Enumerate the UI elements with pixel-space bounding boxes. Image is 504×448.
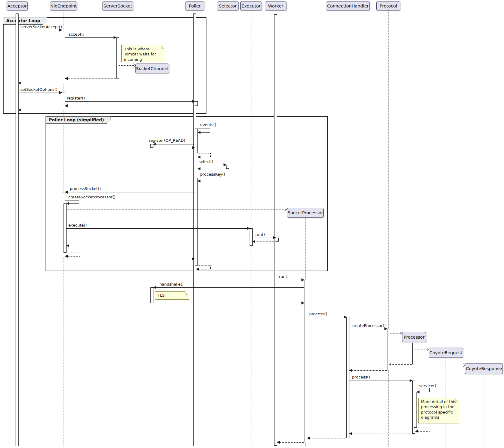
return-set-socket-options	[19, 110, 62, 110]
return-select	[198, 169, 226, 169]
activation-worker-main	[274, 14, 277, 446]
activation-socket-processor	[304, 280, 307, 442]
message-label-service: service()	[419, 384, 436, 388]
arrow-handshake	[153, 287, 304, 288]
create-socket-processor	[67, 209, 286, 209]
arrow-run-worker-socket-processor	[277, 280, 304, 280]
self-return-nio-endpoint-back	[65, 256, 80, 257]
self-return-processor-out	[417, 428, 430, 428]
return-process-1	[307, 438, 346, 438]
activation-worker-run	[276, 238, 279, 242]
arrow-create-socket-processor-out	[65, 200, 79, 200]
create-processor-instance	[390, 334, 401, 334]
arrow-register-op-read	[153, 144, 194, 144]
create-coyote-response	[415, 365, 464, 365]
self-return-poller-1-back	[198, 157, 210, 157]
activation-socket-channel-handshake	[150, 287, 153, 303]
participant-socket-processor: SocketProcessor	[287, 208, 324, 218]
return-process-2	[349, 434, 412, 434]
participant-selector: Selector	[217, 1, 239, 10]
activation-poller-processkey	[195, 178, 198, 266]
participant-coyote-request: CoyoteRequest	[429, 348, 463, 358]
arrow-create-socket-processor-vertical	[79, 200, 79, 203]
return-run-socket-processor	[277, 442, 304, 443]
self-return-poller-2-vertical	[210, 266, 211, 269]
message-label-process-key: processKey()	[200, 172, 225, 177]
arrow-service-back	[417, 392, 429, 392]
arrow-accept	[65, 37, 116, 38]
note-accept-wait: This is where Tomcat waits for incoming …	[121, 45, 165, 62]
arrow-create-processor	[349, 329, 387, 329]
arrow-set-socket-options	[19, 93, 62, 93]
arrow-process-key-out	[196, 178, 210, 178]
participant-processor: Processor	[402, 332, 426, 342]
message-label-handshake: handshake()	[159, 282, 184, 286]
message-label-register-op-read: register(OP_READ)	[149, 138, 185, 143]
participant-nio-endpoint: NioEndpoint	[50, 1, 77, 10]
message-label-create-socket-processor: createSocketProcessor()	[68, 195, 116, 199]
lifeline-protocol	[388, 10, 389, 447]
activation-processor-create	[412, 343, 415, 364]
note-protocol-detail: More detail of this processing in the pr…	[418, 398, 459, 423]
message-label-server-socket-accept: serverSocketAccept()	[20, 25, 62, 29]
self-return-poller-1-out	[198, 153, 210, 153]
lifeline-coyote-response	[484, 375, 484, 447]
return-server-socket-accept	[19, 83, 62, 83]
arrow-create-socket-processor-back	[67, 203, 79, 204]
arrow-process-key-back	[198, 181, 210, 181]
participant-acceptor: Acceptor	[7, 1, 28, 10]
arrow-process-socket	[65, 192, 194, 192]
return-register	[65, 106, 195, 106]
message-label-process-socket: processSocket()	[70, 186, 101, 191]
participant-server-socket: ServerSocket	[102, 1, 133, 10]
participant-executor: Executor	[240, 1, 262, 10]
create-socket-channel	[119, 65, 134, 66]
message-label-create-processor: createProcessor()	[351, 323, 386, 328]
arrow-events-vertical	[210, 129, 210, 132]
create-coyote-request	[415, 349, 428, 349]
arrow-events-out	[196, 129, 210, 129]
self-return-poller-2-out	[198, 266, 210, 266]
message-label-register: register()	[67, 96, 85, 100]
return-register-op-read	[153, 148, 195, 148]
return-accept	[65, 79, 116, 79]
message-label-process-1: process()	[309, 312, 327, 316]
self-return-processor-vertical	[430, 428, 430, 431]
message-label-run-1: run()	[255, 232, 265, 237]
return-run-worker	[253, 242, 276, 242]
self-return-poller-2-back	[196, 269, 210, 269]
message-label-accept: accept()	[68, 32, 84, 37]
arrow-events-back	[198, 132, 210, 133]
message-label-events: events()	[200, 123, 216, 127]
frame-label-acceptor-loop: Acceptor Loop	[3, 17, 47, 25]
frame-label-poller-loop: Poller Loop (simplified)	[46, 116, 111, 124]
return-processor-to-protocol	[390, 364, 412, 365]
arrow-service-vertical	[429, 388, 430, 392]
message-label-select: select()	[199, 159, 213, 164]
return-process-socket	[65, 259, 195, 259]
message-label-run-2: run()	[279, 274, 289, 279]
activation-processor-service	[414, 392, 417, 428]
return-execute	[67, 246, 250, 246]
activation-poller-register	[195, 101, 198, 106]
frame-acceptor-loop	[3, 17, 206, 114]
frame-poller-loop	[46, 116, 328, 271]
note-tls-handshake: TLS handshake	[155, 291, 189, 300]
self-return-nio-endpoint-out	[67, 253, 80, 253]
activation-acceptor	[16, 13, 19, 446]
arrow-select	[196, 165, 226, 165]
arrow-process-1	[307, 317, 346, 317]
activation-connection-handler	[346, 317, 349, 438]
participant-poller: Poller	[185, 1, 204, 10]
sequence-diagram: Acceptor Loop Poller Loop (simplified)	[0, 0, 504, 448]
arrow-run-executor-worker	[253, 238, 276, 238]
arrow-process-key-vertical	[210, 178, 210, 181]
return-handshake	[153, 303, 304, 303]
arrow-service-out	[415, 388, 429, 388]
activation-selector	[226, 165, 229, 169]
participant-protocol: Protocol	[376, 1, 400, 10]
arrow-process-2	[349, 381, 412, 381]
participant-coyote-response: CoyoteResponse	[465, 363, 503, 374]
participant-socket-channel: SocketChannel	[135, 64, 169, 73]
message-label-process-2: process()	[352, 375, 370, 379]
